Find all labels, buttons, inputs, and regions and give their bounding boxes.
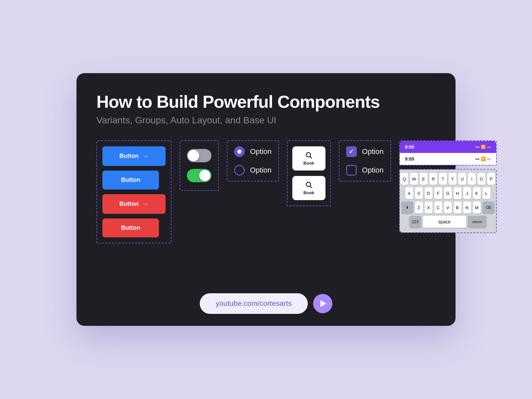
btn-red-arrow-1[interactable]: Button → <box>102 194 166 214</box>
radio-unselected[interactable] <box>234 165 245 176</box>
toggle-on[interactable] <box>187 169 211 182</box>
play-button[interactable] <box>313 294 332 313</box>
status-icons-white: ▪▪▪ 🛜 ▭ <box>475 157 491 161</box>
toggle-thumb-off <box>188 150 199 161</box>
radio-column: Option Option <box>227 141 278 181</box>
btn-blue-arrow-1[interactable]: Button → <box>102 146 166 166</box>
buttons-column: Button → Button Button → Button <box>97 141 171 243</box>
keyboard-row-3: ⬆ Z X C V B N M ⌫ <box>402 201 494 213</box>
book-btn-2[interactable]: Book <box>292 176 326 200</box>
status-bar-section: 9:00 ▪▪▪ 🛜 ▭ 9:00 ▪▪▪ 🛜 ▭ <box>399 140 497 166</box>
signal-icon-purple: ▪▪▪ <box>475 145 479 149</box>
book-btn-1[interactable]: Book <box>292 146 326 171</box>
svg-line-1 <box>310 157 312 159</box>
key-P[interactable]: P <box>487 173 495 185</box>
page-title: How to Build Powerful Components <box>96 92 436 112</box>
battery-icon-white: ▭ <box>487 157 491 161</box>
key-U[interactable]: U <box>458 173 466 185</box>
keyboard: Q W E R T Y U I O P A S <box>400 170 496 232</box>
key-R[interactable]: R <box>429 173 437 185</box>
key-123[interactable]: 123 <box>409 216 421 228</box>
status-bar-white: 9:00 ▪▪▪ 🛜 ▭ <box>400 153 496 165</box>
key-O[interactable]: O <box>477 173 485 185</box>
key-E[interactable]: E <box>420 173 428 185</box>
key-G[interactable]: G <box>444 187 452 199</box>
key-S[interactable]: S <box>415 187 423 199</box>
radio-selected[interactable] <box>234 146 245 157</box>
book-label-2: Book <box>304 190 315 195</box>
toggle-off[interactable] <box>187 149 211 162</box>
checkbox-unchecked[interactable] <box>346 165 357 176</box>
key-shift[interactable]: ⬆ <box>401 201 413 213</box>
svg-line-3 <box>310 186 312 188</box>
arrow-icon-1: → <box>142 152 149 160</box>
radio-item-2[interactable]: Option <box>234 165 272 176</box>
btn-red-1[interactable]: Button <box>102 218 159 237</box>
key-Y[interactable]: Y <box>449 173 457 185</box>
key-K[interactable]: K <box>473 187 481 199</box>
toggles-column <box>180 141 218 190</box>
checkbox-item-1[interactable]: Option <box>346 146 384 157</box>
checkbox-checked[interactable] <box>346 146 357 157</box>
book-column: Book Book <box>288 141 330 205</box>
book-label-1: Book <box>304 161 315 166</box>
wifi-icon-purple: 🛜 <box>481 145 486 149</box>
key-X[interactable]: X <box>425 201 433 213</box>
radio-label-2: Option <box>250 166 272 175</box>
key-I[interactable]: I <box>468 173 476 185</box>
btn-blue-1[interactable]: Button <box>102 171 159 190</box>
svg-point-0 <box>306 153 311 157</box>
play-icon <box>320 300 326 307</box>
checkbox-label-1: Option <box>362 147 384 156</box>
status-icons-purple: ▪▪▪ 🛜 ▭ <box>475 145 491 149</box>
keyboard-row-2: A S D F G H J K L <box>402 187 494 199</box>
toggles-section <box>180 140 219 191</box>
status-bar-purple: 9:00 ▪▪▪ 🛜 ▭ <box>400 141 496 153</box>
main-card: How to Build Powerful Components Variant… <box>76 73 456 326</box>
keyboard-row-4: 123 space return <box>402 216 494 228</box>
checkbox-section: Option Option <box>339 140 391 182</box>
key-backspace[interactable]: ⌫ <box>482 201 494 213</box>
checkbox-item-2[interactable]: Option <box>346 165 384 176</box>
battery-icon-purple: ▭ <box>487 145 491 149</box>
signal-icon-white: ▪▪▪ <box>475 157 479 161</box>
key-V[interactable]: V <box>444 201 452 213</box>
key-F[interactable]: F <box>434 187 442 199</box>
wifi-icon-white: 🛜 <box>481 157 486 161</box>
search-icon-2 <box>305 181 313 189</box>
key-D[interactable]: D <box>425 187 433 199</box>
url-bar-container: youtube.com/cortesarts <box>200 293 332 314</box>
checkbox-column: Option Option <box>339 141 390 181</box>
buttons-section: Button → Button Button → Button <box>96 140 172 243</box>
key-N[interactable]: N <box>463 201 471 213</box>
key-W[interactable]: W <box>410 173 418 185</box>
radio-label-1: Option <box>250 147 272 156</box>
key-B[interactable]: B <box>454 201 462 213</box>
checkbox-label-2: Option <box>362 166 384 175</box>
svg-point-2 <box>306 182 311 187</box>
key-space[interactable]: space <box>423 216 466 228</box>
key-Z[interactable]: Z <box>415 201 423 213</box>
book-section: Book Book <box>287 140 331 206</box>
status-time-white: 9:00 <box>405 156 414 162</box>
arrow-icon-2: → <box>142 200 149 208</box>
search-icon-1 <box>305 151 313 159</box>
key-return[interactable]: return <box>468 216 486 228</box>
key-T[interactable]: T <box>439 173 447 185</box>
key-L[interactable]: L <box>482 187 490 199</box>
keyboard-section: Q W E R T Y U I O P A S <box>399 169 497 233</box>
radio-section: Option Option <box>227 140 279 182</box>
key-J[interactable]: J <box>463 187 471 199</box>
status-time-purple: 9:00 <box>405 144 414 150</box>
key-M[interactable]: M <box>473 201 481 213</box>
page-subtitle: Variants, Groups, Auto Layout, and Base … <box>96 115 436 126</box>
phone-section: 9:00 ▪▪▪ 🛜 ▭ 9:00 ▪▪▪ 🛜 ▭ <box>399 140 497 233</box>
components-grid: Button → Button Button → Button <box>96 140 436 243</box>
key-Q[interactable]: Q <box>400 173 408 185</box>
radio-item-1[interactable]: Option <box>234 146 272 157</box>
key-H[interactable]: H <box>454 187 462 199</box>
key-C[interactable]: C <box>434 201 442 213</box>
url-bar: youtube.com/cortesarts <box>200 293 308 314</box>
keyboard-row-1: Q W E R T Y U I O P <box>402 173 494 185</box>
key-A[interactable]: A <box>405 187 413 199</box>
